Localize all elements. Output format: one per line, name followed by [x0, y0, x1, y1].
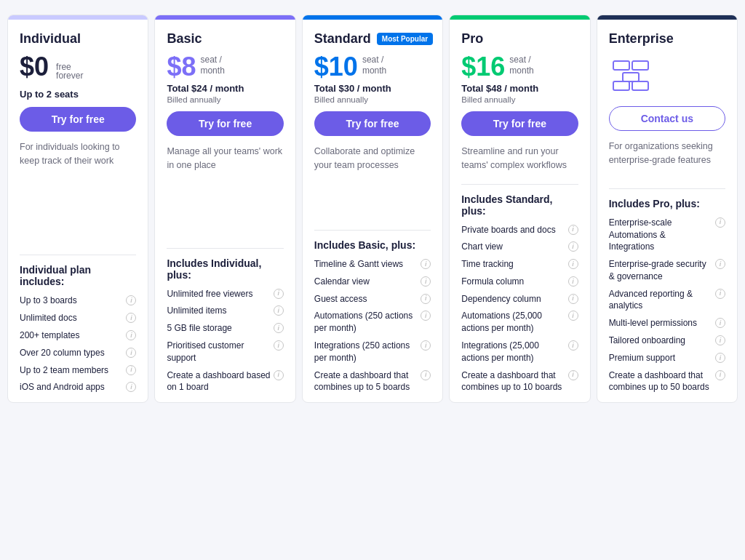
info-icon[interactable]: i	[715, 318, 725, 328]
section-divider	[167, 248, 283, 249]
info-icon[interactable]: i	[421, 370, 431, 380]
feature-item: Multi-level permissions i	[609, 317, 725, 329]
info-icon[interactable]: i	[715, 370, 725, 380]
includes-title: Individual plan includes:	[20, 264, 136, 287]
plan-name: Enterprise	[609, 31, 725, 47]
feature-item: 5 GB file storage i	[167, 322, 283, 335]
feature-item: Dependency column i	[461, 293, 578, 305]
feature-item: Advanced reporting & analytics i	[609, 288, 725, 313]
info-icon[interactable]: i	[568, 241, 578, 252]
price-amount: $16	[461, 54, 505, 80]
pricing-container: Individual $0 freeforever Up to 2 seats …	[7, 15, 738, 403]
info-icon[interactable]: i	[274, 340, 284, 351]
free-forever-text: freeforever	[56, 63, 83, 80]
plan-name: Pro	[461, 31, 578, 47]
info-icon[interactable]: i	[274, 323, 284, 333]
feature-list: Timeline & Gantt views i Calendar view i…	[314, 258, 431, 393]
info-icon[interactable]: i	[126, 365, 136, 375]
plan-card-individual: Individual $0 freeforever Up to 2 seats …	[7, 15, 148, 403]
info-icon[interactable]: i	[568, 370, 578, 380]
card-content: StandardMost Popular $10 seat /month Tot…	[303, 20, 442, 402]
contact-us-button[interactable]: Contact us	[609, 106, 725, 131]
card-content: Enterprise Contact us For organizations …	[597, 20, 737, 402]
info-icon[interactable]: i	[568, 276, 578, 287]
billed-annually: Billed annually	[314, 95, 431, 104]
price-amount: $10	[314, 54, 358, 80]
info-icon[interactable]: i	[421, 340, 431, 351]
try-free-button[interactable]: Try for free	[20, 107, 136, 132]
plan-card-standard: StandardMost Popular $10 seat /month Tot…	[302, 15, 443, 403]
feature-item: Create a dashboard that combines up to 5…	[609, 369, 725, 394]
info-icon[interactable]: i	[126, 348, 136, 358]
feature-item: iOS and Android apps i	[20, 381, 136, 393]
info-icon[interactable]: i	[715, 259, 725, 269]
feature-text: Chart view	[461, 241, 567, 253]
feature-text: Automations (25,000 actions per month)	[461, 310, 567, 335]
try-free-button[interactable]: Try for free	[314, 111, 431, 136]
info-icon[interactable]: i	[568, 311, 578, 321]
feature-item: Calendar view i	[314, 276, 431, 288]
info-icon[interactable]: i	[568, 225, 578, 235]
feature-list: Enterprise-scale Automations & Integrati…	[609, 217, 725, 394]
info-icon[interactable]: i	[274, 289, 284, 299]
info-icon[interactable]: i	[568, 340, 578, 351]
feature-item: Premium support i	[609, 352, 725, 364]
info-icon[interactable]: i	[126, 295, 136, 305]
info-icon[interactable]: i	[126, 313, 136, 323]
info-icon[interactable]: i	[421, 259, 431, 269]
feature-text: Integrations (25,000 actions per month)	[461, 340, 567, 364]
feature-list: Unlimited free viewers i Unlimited items…	[167, 288, 283, 394]
feature-text: Unlimited items	[167, 305, 273, 317]
feature-text: Formula column	[461, 276, 567, 288]
feature-item: Over 20 column types i	[20, 347, 136, 359]
svg-rect-0	[613, 61, 629, 70]
feature-text: Unlimited free viewers	[167, 288, 273, 300]
feature-text: Prioritised customer support	[167, 340, 273, 364]
feature-text: Create a dashboard based on 1 board	[167, 369, 273, 394]
info-icon[interactable]: i	[274, 305, 284, 316]
billed-annually: Billed annually	[461, 95, 578, 104]
info-icon[interactable]: i	[715, 335, 725, 345]
feature-text: Multi-level permissions	[609, 317, 715, 329]
feature-text: Guest access	[314, 293, 421, 305]
feature-item: Chart view i	[461, 241, 578, 253]
price-detail: seat /month	[509, 55, 533, 77]
total-price: Total $48 / month	[461, 83, 578, 94]
feature-text: Advanced reporting & analytics	[609, 288, 715, 313]
try-free-button[interactable]: Try for free	[167, 111, 283, 136]
info-icon[interactable]: i	[715, 353, 725, 363]
info-icon[interactable]: i	[715, 217, 725, 228]
info-icon[interactable]: i	[421, 294, 431, 304]
feature-text: iOS and Android apps	[20, 381, 126, 393]
feature-item: Enterprise-scale Automations & Integrati…	[609, 217, 725, 253]
section-divider	[314, 230, 431, 231]
info-icon[interactable]: i	[126, 382, 136, 392]
feature-item: Timeline & Gantt views i	[314, 258, 431, 271]
info-icon[interactable]: i	[421, 276, 431, 287]
feature-item: Formula column i	[461, 276, 578, 288]
plan-card-enterprise: Enterprise Contact us For organizations …	[597, 15, 738, 403]
info-icon[interactable]: i	[715, 289, 725, 299]
feature-text: Calendar view	[314, 276, 421, 288]
feature-item: Up to 2 team members i	[20, 364, 136, 377]
try-free-button[interactable]: Try for free	[461, 111, 578, 136]
price-row: $8 seat /month	[167, 54, 283, 80]
feature-list: Up to 3 boards i Unlimited docs i 200+ t…	[20, 295, 136, 393]
feature-list: Private boards and docs i Chart view i T…	[461, 224, 578, 394]
info-icon[interactable]: i	[274, 370, 284, 380]
feature-item: Unlimited items i	[167, 305, 283, 317]
plan-description: Collaborate and optimize your team proce…	[314, 145, 431, 218]
price-row: $0 freeforever	[20, 54, 136, 80]
info-icon[interactable]: i	[126, 330, 136, 340]
feature-item: Create a dashboard that combines up to 5…	[314, 369, 431, 394]
feature-text: Time tracking	[461, 258, 567, 271]
price-row: $10 seat /month	[314, 54, 431, 80]
plan-description: For organizations seeking enterprise-gra…	[609, 140, 725, 177]
plan-description: For individuals looking to keep track of…	[20, 140, 136, 243]
plan-description: Manage all your teams' work in one place	[167, 145, 283, 236]
feature-item: Prioritised customer support i	[167, 340, 283, 364]
info-icon[interactable]: i	[421, 311, 431, 321]
feature-item: Private boards and docs i	[461, 224, 578, 236]
info-icon[interactable]: i	[568, 259, 578, 269]
info-icon[interactable]: i	[568, 294, 578, 304]
